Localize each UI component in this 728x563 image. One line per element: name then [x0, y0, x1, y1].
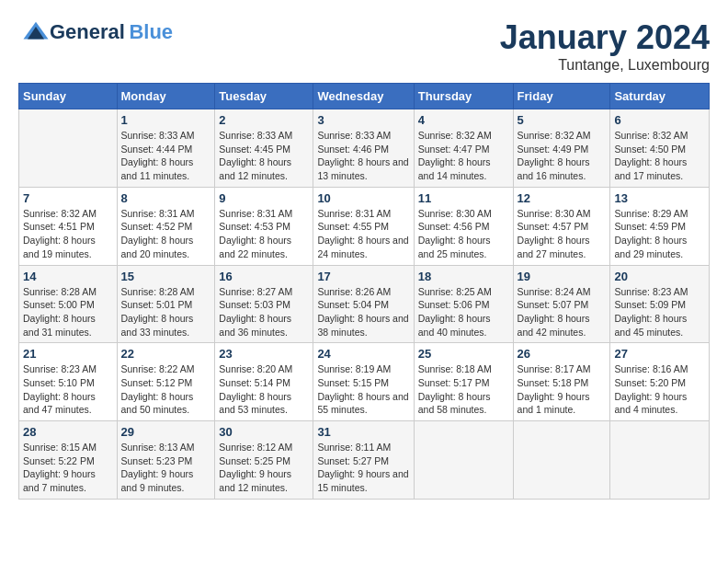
day-number: 24 — [317, 347, 409, 361]
calendar-cell: 31 Sunrise: 8:11 AMSunset: 5:27 PMDaylig… — [313, 421, 414, 500]
day-number: 5 — [518, 113, 607, 127]
month-title: January 2024 — [500, 18, 710, 57]
calendar-cell: 27 Sunrise: 8:16 AMSunset: 5:20 PMDaylig… — [610, 343, 710, 421]
day-number: 4 — [418, 113, 509, 127]
col-friday: Friday — [513, 84, 610, 109]
calendar-cell: 5 Sunrise: 8:32 AMSunset: 4:49 PMDayligh… — [513, 109, 610, 188]
day-number: 10 — [317, 191, 409, 205]
day-number: 30 — [219, 425, 309, 439]
day-info: Sunrise: 8:26 AMSunset: 5:04 PMDaylight:… — [317, 285, 409, 339]
calendar-cell: 4 Sunrise: 8:32 AMSunset: 4:47 PMDayligh… — [414, 109, 513, 188]
day-info: Sunrise: 8:11 AMSunset: 5:27 PMDaylight:… — [317, 441, 409, 495]
day-info: Sunrise: 8:33 AMSunset: 4:44 PMDaylight:… — [121, 129, 211, 183]
calendar-cell: 30 Sunrise: 8:12 AMSunset: 5:25 PMDaylig… — [215, 421, 313, 500]
logo: General Blue — [18, 18, 173, 46]
calendar-cell: 13 Sunrise: 8:29 AMSunset: 4:59 PMDaylig… — [610, 187, 710, 265]
day-number: 3 — [317, 113, 409, 127]
calendar-cell: 3 Sunrise: 8:33 AMSunset: 4:46 PMDayligh… — [313, 109, 414, 188]
day-info: Sunrise: 8:13 AMSunset: 5:23 PMDaylight:… — [121, 441, 211, 495]
day-info: Sunrise: 8:32 AMSunset: 4:49 PMDaylight:… — [518, 129, 607, 183]
header-row: Sunday Monday Tuesday Wednesday Thursday… — [19, 84, 710, 109]
page-header: General Blue January 2024 Tuntange, Luxe… — [18, 18, 710, 74]
day-info: Sunrise: 8:29 AMSunset: 4:59 PMDaylight:… — [614, 207, 705, 261]
day-info: Sunrise: 8:33 AMSunset: 4:46 PMDaylight:… — [317, 129, 409, 183]
calendar-cell: 29 Sunrise: 8:13 AMSunset: 5:23 PMDaylig… — [117, 421, 215, 500]
day-info: Sunrise: 8:20 AMSunset: 5:14 PMDaylight:… — [219, 362, 309, 417]
day-number: 31 — [317, 425, 409, 439]
calendar-cell: 10 Sunrise: 8:31 AMSunset: 4:55 PMDaylig… — [313, 187, 414, 265]
day-info: Sunrise: 8:31 AMSunset: 4:52 PMDaylight:… — [121, 207, 211, 261]
calendar-cell: 14 Sunrise: 8:28 AMSunset: 5:00 PMDaylig… — [19, 265, 118, 343]
day-info: Sunrise: 8:32 AMSunset: 4:47 PMDaylight:… — [418, 129, 509, 183]
col-monday: Monday — [117, 84, 215, 109]
logo-icon — [22, 18, 50, 46]
calendar-cell: 28 Sunrise: 8:15 AMSunset: 5:22 PMDaylig… — [19, 421, 118, 500]
calendar-cell — [19, 109, 118, 188]
day-number: 26 — [518, 347, 607, 361]
day-info: Sunrise: 8:28 AMSunset: 5:00 PMDaylight:… — [23, 285, 113, 339]
calendar-cell: 9 Sunrise: 8:31 AMSunset: 4:53 PMDayligh… — [215, 187, 313, 265]
logo-general: General — [50, 20, 125, 43]
day-number: 22 — [121, 347, 211, 361]
day-info: Sunrise: 8:19 AMSunset: 5:15 PMDaylight:… — [317, 362, 409, 417]
day-number: 25 — [418, 347, 509, 361]
day-info: Sunrise: 8:18 AMSunset: 5:17 PMDaylight:… — [418, 362, 509, 417]
day-info: Sunrise: 8:23 AMSunset: 5:09 PMDaylight:… — [614, 285, 705, 339]
calendar-cell: 19 Sunrise: 8:24 AMSunset: 5:07 PMDaylig… — [513, 265, 610, 343]
day-info: Sunrise: 8:16 AMSunset: 5:20 PMDaylight:… — [614, 362, 705, 417]
col-sunday: Sunday — [19, 84, 118, 109]
calendar-cell — [513, 421, 610, 500]
location: Tuntange, Luxembourg — [500, 57, 710, 74]
calendar-cell: 25 Sunrise: 8:18 AMSunset: 5:17 PMDaylig… — [414, 343, 513, 421]
calendar-cell: 7 Sunrise: 8:32 AMSunset: 4:51 PMDayligh… — [19, 187, 118, 265]
calendar-table: Sunday Monday Tuesday Wednesday Thursday… — [18, 83, 710, 500]
day-number: 15 — [121, 270, 211, 283]
col-wednesday: Wednesday — [313, 84, 414, 109]
day-number: 13 — [614, 191, 705, 205]
day-info: Sunrise: 8:33 AMSunset: 4:45 PMDaylight:… — [219, 129, 309, 183]
day-info: Sunrise: 8:31 AMSunset: 4:53 PMDaylight:… — [219, 207, 309, 261]
day-info: Sunrise: 8:28 AMSunset: 5:01 PMDaylight:… — [121, 285, 211, 339]
calendar-cell: 1 Sunrise: 8:33 AMSunset: 4:44 PMDayligh… — [117, 109, 215, 188]
calendar-cell: 20 Sunrise: 8:23 AMSunset: 5:09 PMDaylig… — [610, 265, 710, 343]
day-number: 21 — [23, 347, 113, 361]
col-thursday: Thursday — [414, 84, 513, 109]
calendar-cell — [610, 421, 710, 500]
day-number: 8 — [121, 191, 211, 205]
week-row-4: 21 Sunrise: 8:23 AMSunset: 5:10 PMDaylig… — [19, 343, 710, 421]
day-number: 23 — [219, 347, 309, 361]
day-number: 28 — [23, 425, 113, 439]
calendar-cell: 21 Sunrise: 8:23 AMSunset: 5:10 PMDaylig… — [19, 343, 118, 421]
day-info: Sunrise: 8:17 AMSunset: 5:18 PMDaylight:… — [518, 362, 607, 417]
calendar-cell: 22 Sunrise: 8:22 AMSunset: 5:12 PMDaylig… — [117, 343, 215, 421]
calendar-cell: 15 Sunrise: 8:28 AMSunset: 5:01 PMDaylig… — [117, 265, 215, 343]
day-number: 1 — [121, 113, 211, 127]
day-info: Sunrise: 8:23 AMSunset: 5:10 PMDaylight:… — [23, 362, 113, 417]
day-number: 12 — [518, 191, 607, 205]
day-number: 14 — [23, 270, 113, 283]
col-saturday: Saturday — [610, 84, 710, 109]
calendar-cell: 12 Sunrise: 8:30 AMSunset: 4:57 PMDaylig… — [513, 187, 610, 265]
day-info: Sunrise: 8:22 AMSunset: 5:12 PMDaylight:… — [121, 362, 211, 417]
day-number: 7 — [23, 191, 113, 205]
calendar-cell: 11 Sunrise: 8:30 AMSunset: 4:56 PMDaylig… — [414, 187, 513, 265]
day-number: 11 — [418, 191, 509, 205]
day-info: Sunrise: 8:32 AMSunset: 4:51 PMDaylight:… — [23, 207, 113, 261]
calendar-cell: 17 Sunrise: 8:26 AMSunset: 5:04 PMDaylig… — [313, 265, 414, 343]
calendar-cell: 26 Sunrise: 8:17 AMSunset: 5:18 PMDaylig… — [513, 343, 610, 421]
day-info: Sunrise: 8:12 AMSunset: 5:25 PMDaylight:… — [219, 441, 309, 495]
day-number: 20 — [614, 270, 705, 283]
calendar-cell: 8 Sunrise: 8:31 AMSunset: 4:52 PMDayligh… — [117, 187, 215, 265]
calendar-cell — [414, 421, 513, 500]
day-number: 29 — [121, 425, 211, 439]
col-tuesday: Tuesday — [215, 84, 313, 109]
day-number: 17 — [317, 270, 409, 283]
day-info: Sunrise: 8:27 AMSunset: 5:03 PMDaylight:… — [219, 285, 309, 339]
week-row-2: 7 Sunrise: 8:32 AMSunset: 4:51 PMDayligh… — [19, 187, 710, 265]
week-row-3: 14 Sunrise: 8:28 AMSunset: 5:00 PMDaylig… — [19, 265, 710, 343]
day-info: Sunrise: 8:15 AMSunset: 5:22 PMDaylight:… — [23, 441, 113, 495]
day-number: 27 — [614, 347, 705, 361]
day-number: 9 — [219, 191, 309, 205]
day-info: Sunrise: 8:24 AMSunset: 5:07 PMDaylight:… — [518, 285, 607, 339]
title-block: January 2024 Tuntange, Luxembourg — [500, 18, 710, 74]
